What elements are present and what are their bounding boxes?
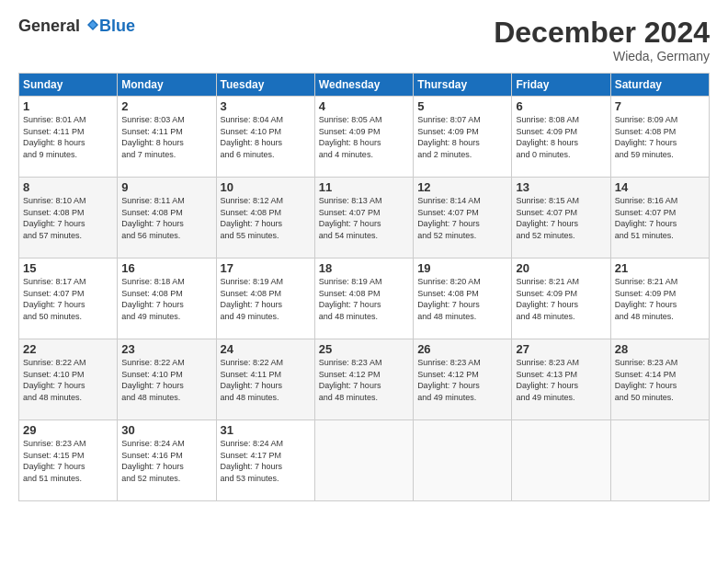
cell-info: Sunrise: 8:23 AM Sunset: 4:14 PM Dayligh… [615,357,705,403]
calendar-cell: 10Sunrise: 8:12 AM Sunset: 4:08 PM Dayli… [216,178,314,259]
column-header-saturday: Saturday [610,74,709,97]
cell-info: Sunrise: 8:21 AM Sunset: 4:09 PM Dayligh… [516,276,606,322]
calendar-cell: 15Sunrise: 8:17 AM Sunset: 4:07 PM Dayli… [19,259,118,339]
calendar-cell: 14Sunrise: 8:16 AM Sunset: 4:07 PM Dayli… [610,178,709,259]
calendar-cell: 29Sunrise: 8:23 AM Sunset: 4:15 PM Dayli… [19,420,118,501]
column-header-wednesday: Wednesday [314,74,413,97]
week-row-2: 8Sunrise: 8:10 AM Sunset: 4:08 PM Daylig… [19,178,710,259]
calendar-cell: 23Sunrise: 8:22 AM Sunset: 4:10 PM Dayli… [118,339,216,420]
cell-info: Sunrise: 8:22 AM Sunset: 4:11 PM Dayligh… [221,357,311,403]
logo-blue: Blue [99,17,135,36]
cell-info: Sunrise: 8:15 AM Sunset: 4:07 PM Dayligh… [516,195,606,241]
column-header-friday: Friday [512,74,610,97]
week-row-5: 29Sunrise: 8:23 AM Sunset: 4:15 PM Dayli… [19,420,710,501]
calendar-cell: 25Sunrise: 8:23 AM Sunset: 4:12 PM Dayli… [314,339,413,420]
header: General Blue December 2024 Wieda, German… [18,17,710,63]
cell-info: Sunrise: 8:13 AM Sunset: 4:07 PM Dayligh… [319,195,409,241]
calendar-cell: 26Sunrise: 8:23 AM Sunset: 4:12 PM Dayli… [414,339,512,420]
day-number: 10 [221,180,311,194]
cell-info: Sunrise: 8:05 AM Sunset: 4:09 PM Dayligh… [319,114,409,160]
calendar-body: 1Sunrise: 8:01 AM Sunset: 4:11 PM Daylig… [19,97,710,501]
column-header-sunday: Sunday [19,74,118,97]
cell-info: Sunrise: 8:08 AM Sunset: 4:09 PM Dayligh… [516,114,606,160]
calendar-cell: 3Sunrise: 8:04 AM Sunset: 4:10 PM Daylig… [216,97,314,178]
column-header-thursday: Thursday [414,74,512,97]
calendar-cell: 22Sunrise: 8:22 AM Sunset: 4:10 PM Dayli… [19,339,118,420]
calendar-page: General Blue December 2024 Wieda, German… [0,0,728,563]
calendar-cell: 5Sunrise: 8:07 AM Sunset: 4:09 PM Daylig… [414,97,512,178]
location-subtitle: Wieda, Germany [494,49,710,63]
calendar-cell: 24Sunrise: 8:22 AM Sunset: 4:11 PM Dayli… [216,339,314,420]
calendar-cell: 21Sunrise: 8:21 AM Sunset: 4:09 PM Dayli… [610,259,709,339]
week-row-3: 15Sunrise: 8:17 AM Sunset: 4:07 PM Dayli… [19,259,710,339]
calendar-cell: 7Sunrise: 8:09 AM Sunset: 4:08 PM Daylig… [610,97,709,178]
cell-info: Sunrise: 8:03 AM Sunset: 4:11 PM Dayligh… [121,114,211,160]
cell-info: Sunrise: 8:11 AM Sunset: 4:08 PM Dayligh… [121,195,211,241]
calendar-cell [414,420,512,501]
cell-info: Sunrise: 8:23 AM Sunset: 4:15 PM Dayligh… [23,438,113,484]
cell-info: Sunrise: 8:16 AM Sunset: 4:07 PM Dayligh… [615,195,705,241]
logo-general: General [18,17,99,36]
week-row-4: 22Sunrise: 8:22 AM Sunset: 4:10 PM Dayli… [19,339,710,420]
column-header-monday: Monday [118,74,216,97]
week-row-1: 1Sunrise: 8:01 AM Sunset: 4:11 PM Daylig… [19,97,710,178]
day-number: 22 [23,342,113,356]
day-number: 24 [221,342,311,356]
day-number: 12 [417,180,507,194]
cell-info: Sunrise: 8:24 AM Sunset: 4:17 PM Dayligh… [221,438,311,484]
day-number: 30 [121,423,211,437]
day-number: 28 [615,342,705,356]
column-header-tuesday: Tuesday [216,74,314,97]
day-number: 17 [221,261,311,275]
calendar-cell: 13Sunrise: 8:15 AM Sunset: 4:07 PM Dayli… [512,178,610,259]
calendar-cell: 11Sunrise: 8:13 AM Sunset: 4:07 PM Dayli… [314,178,413,259]
day-number: 2 [121,99,211,113]
calendar-cell: 31Sunrise: 8:24 AM Sunset: 4:17 PM Dayli… [216,420,314,501]
day-number: 31 [221,423,311,437]
cell-info: Sunrise: 8:17 AM Sunset: 4:07 PM Dayligh… [23,276,113,322]
cell-info: Sunrise: 8:14 AM Sunset: 4:07 PM Dayligh… [417,195,507,241]
calendar-cell: 6Sunrise: 8:08 AM Sunset: 4:09 PM Daylig… [512,97,610,178]
title-block: December 2024 Wieda, Germany [494,17,710,63]
cell-info: Sunrise: 8:09 AM Sunset: 4:08 PM Dayligh… [615,114,705,160]
day-number: 3 [221,99,311,113]
calendar-cell [314,420,413,501]
calendar-cell: 16Sunrise: 8:18 AM Sunset: 4:08 PM Dayli… [118,259,216,339]
cell-info: Sunrise: 8:04 AM Sunset: 4:10 PM Dayligh… [221,114,311,160]
day-number: 27 [516,342,606,356]
calendar-cell: 12Sunrise: 8:14 AM Sunset: 4:07 PM Dayli… [414,178,512,259]
calendar-cell: 19Sunrise: 8:20 AM Sunset: 4:08 PM Dayli… [414,259,512,339]
logo: General Blue [18,17,135,36]
cell-info: Sunrise: 8:10 AM Sunset: 4:08 PM Dayligh… [23,195,113,241]
calendar-cell: 20Sunrise: 8:21 AM Sunset: 4:09 PM Dayli… [512,259,610,339]
calendar-cell: 8Sunrise: 8:10 AM Sunset: 4:08 PM Daylig… [19,178,118,259]
logo-icon [86,18,99,31]
day-number: 16 [121,261,211,275]
cell-info: Sunrise: 8:22 AM Sunset: 4:10 PM Dayligh… [121,357,211,403]
day-number: 7 [615,99,705,113]
calendar-cell: 27Sunrise: 8:23 AM Sunset: 4:13 PM Dayli… [512,339,610,420]
day-number: 1 [23,99,113,113]
cell-info: Sunrise: 8:01 AM Sunset: 4:11 PM Dayligh… [23,114,113,160]
day-number: 18 [319,261,409,275]
calendar-cell: 17Sunrise: 8:19 AM Sunset: 4:08 PM Dayli… [216,259,314,339]
day-number: 5 [417,99,507,113]
cell-info: Sunrise: 8:24 AM Sunset: 4:16 PM Dayligh… [121,438,211,484]
cell-info: Sunrise: 8:23 AM Sunset: 4:12 PM Dayligh… [319,357,409,403]
day-number: 14 [615,180,705,194]
calendar-cell [512,420,610,501]
calendar-cell: 9Sunrise: 8:11 AM Sunset: 4:08 PM Daylig… [118,178,216,259]
day-number: 20 [516,261,606,275]
cell-info: Sunrise: 8:19 AM Sunset: 4:08 PM Dayligh… [319,276,409,322]
day-number: 9 [121,180,211,194]
calendar-header-row: SundayMondayTuesdayWednesdayThursdayFrid… [19,74,710,97]
cell-info: Sunrise: 8:19 AM Sunset: 4:08 PM Dayligh… [221,276,311,322]
calendar-cell: 18Sunrise: 8:19 AM Sunset: 4:08 PM Dayli… [314,259,413,339]
calendar-cell: 1Sunrise: 8:01 AM Sunset: 4:11 PM Daylig… [19,97,118,178]
day-number: 19 [417,261,507,275]
calendar-cell [610,420,709,501]
calendar-cell: 30Sunrise: 8:24 AM Sunset: 4:16 PM Dayli… [118,420,216,501]
cell-info: Sunrise: 8:22 AM Sunset: 4:10 PM Dayligh… [23,357,113,403]
cell-info: Sunrise: 8:07 AM Sunset: 4:09 PM Dayligh… [417,114,507,160]
day-number: 25 [319,342,409,356]
